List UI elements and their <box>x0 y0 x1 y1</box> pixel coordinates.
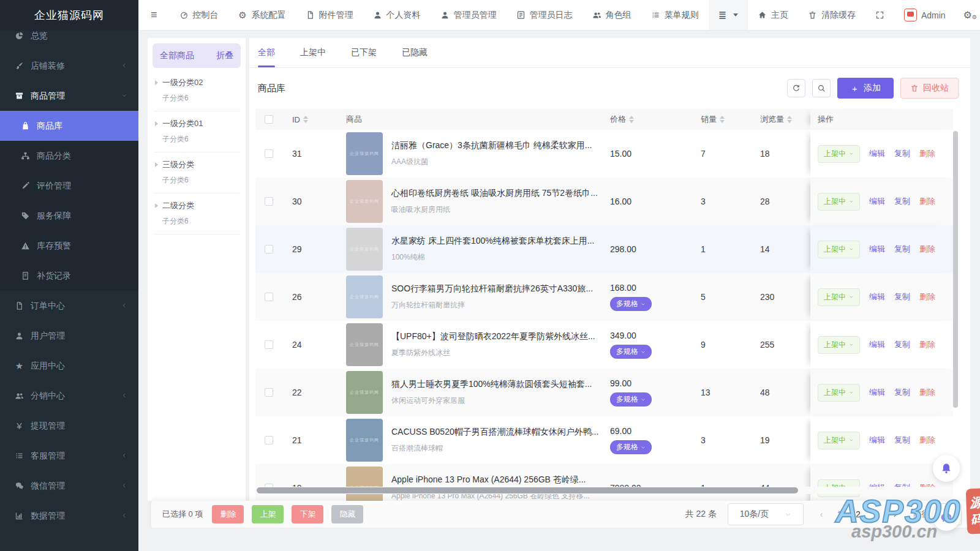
delete-link[interactable]: 删除 <box>919 339 935 350</box>
tab-已隐藏[interactable]: 已隐藏 <box>402 38 428 67</box>
page-1-button[interactable]: 1 <box>831 509 849 519</box>
batch-删除-button[interactable]: 删除 <box>212 505 244 523</box>
sidebar-item-服务保障[interactable]: 服务保障 <box>0 201 138 231</box>
clear-cache-button[interactable]: 清除缓存 <box>798 0 865 30</box>
topnav-item-1[interactable]: ⚙系统配置 <box>228 0 296 30</box>
status-dropdown[interactable]: 上架中 <box>818 241 860 258</box>
status-dropdown[interactable]: 上架中 <box>818 145 860 163</box>
prev-page-button[interactable]: ‹ <box>812 509 831 519</box>
topnav-item-6[interactable]: 角色组 <box>582 0 641 30</box>
sidebar-item-店铺装修[interactable]: 店铺装修 <box>0 51 138 81</box>
search-button[interactable] <box>812 79 831 97</box>
delete-link[interactable]: 删除 <box>919 148 935 159</box>
category-item-2[interactable]: 三级分类 子分类6 <box>154 152 239 193</box>
sidebar-item-总览[interactable]: 总览 <box>0 31 138 51</box>
row-checkbox[interactable] <box>265 388 273 397</box>
edit-link[interactable]: 编辑 <box>869 387 885 398</box>
horizontal-scrollbar-thumb[interactable] <box>257 487 798 493</box>
sidebar-item-客服管理[interactable]: 客服管理 <box>0 441 138 471</box>
row-checkbox[interactable] <box>265 293 273 301</box>
admin-menu[interactable]: Admin <box>894 0 956 30</box>
recycle-bin-button[interactable]: 回收站 <box>900 78 959 99</box>
copy-link[interactable]: 复制 <box>894 435 910 446</box>
row-checkbox[interactable] <box>265 340 273 349</box>
delete-link[interactable]: 删除 <box>919 387 935 398</box>
status-dropdown[interactable]: 上架中 <box>818 432 860 449</box>
sidebar-item-评价管理[interactable]: 评价管理 <box>0 171 138 201</box>
row-checkbox[interactable] <box>265 245 273 253</box>
sidebar-item-应用中心[interactable]: ★应用中心 <box>0 351 138 381</box>
status-dropdown[interactable]: 上架中 <box>818 384 860 402</box>
edit-link[interactable]: 编辑 <box>869 196 885 207</box>
add-button[interactable]: +添加 <box>837 78 894 99</box>
edit-link[interactable]: 编辑 <box>869 339 885 350</box>
settings-button[interactable]: ⚙⚙ <box>956 0 980 30</box>
collapse-button[interactable]: 折叠 <box>216 50 233 61</box>
sidebar-item-商品管理[interactable]: 商品管理 <box>0 81 138 111</box>
delete-link[interactable]: 删除 <box>919 196 935 207</box>
sort-icon[interactable] <box>303 116 308 123</box>
horizontal-scrollbar[interactable] <box>255 487 953 494</box>
refresh-button[interactable] <box>787 79 805 97</box>
topnav-item-7[interactable]: 菜单规则 <box>641 0 709 30</box>
sidebar-item-分销中心[interactable]: 分销中心 <box>0 381 138 411</box>
copy-link[interactable]: 复制 <box>894 291 910 302</box>
page-2-button[interactable]: 2 <box>849 509 867 519</box>
sidebar-toggle-button[interactable]: ≡ <box>138 0 170 30</box>
status-dropdown[interactable]: 上架中 <box>818 193 860 211</box>
category-item-0[interactable]: 一级分类02 子分类6 <box>154 70 239 111</box>
multi-spec-badge[interactable]: 多规格 <box>610 392 652 407</box>
page-3-button[interactable]: 3 <box>867 509 886 519</box>
sidebar-item-用户管理[interactable]: 用户管理 <box>0 321 138 351</box>
column-header-id[interactable]: ID <box>282 115 334 124</box>
next-page-button[interactable]: › <box>886 509 904 519</box>
row-checkbox[interactable] <box>265 197 273 206</box>
multi-spec-badge[interactable]: 多规格 <box>610 440 652 454</box>
topnav-item-3[interactable]: 个人资料 <box>363 0 431 30</box>
topnav-item-2[interactable]: 附件管理 <box>296 0 363 30</box>
sidebar-item-数据管理[interactable]: 数据管理 <box>0 501 138 531</box>
vertical-scrollbar-thumb[interactable] <box>953 131 958 408</box>
sidebar-item-商品分类[interactable]: 商品分类 <box>0 141 138 171</box>
edit-link[interactable]: 编辑 <box>869 148 885 159</box>
column-header-sales[interactable]: 销量 <box>697 114 755 125</box>
sidebar-item-微信管理[interactable]: 微信管理 <box>0 471 138 501</box>
sort-icon[interactable] <box>720 116 725 123</box>
delete-link[interactable]: 删除 <box>919 244 935 255</box>
notification-float-button[interactable] <box>933 455 960 482</box>
column-header-views[interactable]: 浏览量 <box>755 114 810 125</box>
delete-link[interactable]: 删除 <box>919 291 935 302</box>
sidebar-item-补货记录[interactable]: 补货记录 <box>0 261 138 291</box>
vertical-scrollbar[interactable] <box>953 130 958 495</box>
copy-link[interactable]: 复制 <box>894 148 910 159</box>
category-item-1[interactable]: 一级分类01 子分类6 <box>154 111 239 152</box>
copy-link[interactable]: 复制 <box>894 387 910 398</box>
multi-spec-badge[interactable]: 多规格 <box>610 297 652 311</box>
edit-link[interactable]: 编辑 <box>869 435 885 446</box>
sidebar-item-提现管理[interactable]: ¥提现管理 <box>0 411 138 441</box>
chat-float-button[interactable] <box>933 504 960 531</box>
batch-隐藏-button[interactable]: 隐藏 <box>331 505 363 523</box>
page-size-select[interactable]: 10条/页 <box>728 503 804 525</box>
tab-上架中[interactable]: 上架中 <box>300 38 326 67</box>
sidebar-item-商品库[interactable]: 商品库 <box>0 111 138 141</box>
status-dropdown[interactable]: 上架中 <box>818 288 860 306</box>
delete-link[interactable]: 删除 <box>919 435 935 446</box>
multi-spec-badge[interactable]: 多规格 <box>610 345 652 359</box>
batch-上架-button[interactable]: 上架 <box>252 505 284 523</box>
topnav-item-4[interactable]: 管理员管理 <box>431 0 507 30</box>
row-checkbox[interactable] <box>265 436 273 444</box>
copy-link[interactable]: 复制 <box>894 339 910 350</box>
edit-link[interactable]: 编辑 <box>869 291 885 302</box>
tab-已下架[interactable]: 已下架 <box>351 38 377 67</box>
sort-icon[interactable] <box>787 116 792 123</box>
sidebar-item-订单中心[interactable]: 订单中心 <box>0 291 138 321</box>
row-checkbox[interactable] <box>265 149 273 158</box>
home-button[interactable]: 主页 <box>748 0 798 30</box>
copy-link[interactable]: 复制 <box>894 244 910 255</box>
column-header-price[interactable]: 价格 <box>606 114 697 125</box>
copy-link[interactable]: 复制 <box>894 196 910 207</box>
topnav-item-5[interactable]: 管理员日志 <box>507 0 582 30</box>
nav-dropdown-button[interactable]: ≣ <box>709 0 748 30</box>
batch-下架-button[interactable]: 下架 <box>292 505 323 523</box>
